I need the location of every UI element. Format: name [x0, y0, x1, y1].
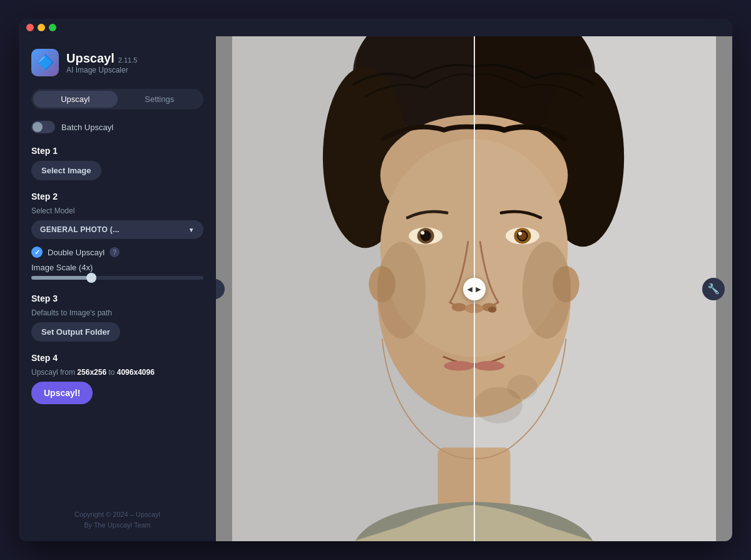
logo-text: Upscayl 2.11.5 AI Image Upscaler — [66, 51, 137, 74]
step4-description: Upscayl from 256x256 to 4096x4096 — [31, 368, 203, 377]
tab-group: Upscayl Settings — [31, 89, 203, 109]
svg-point-18 — [452, 303, 466, 312]
step3-subtitle: Defaults to Image's path — [31, 308, 203, 317]
drag-arrows-icon: ◄► — [466, 284, 483, 294]
copyright-line1: Copyright © 2024 – Upscayl — [31, 509, 203, 521]
svg-point-41 — [474, 361, 504, 370]
step2-subtitle: Select Model — [31, 206, 203, 215]
svg-point-37 — [518, 232, 522, 235]
tab-upscayl[interactable]: Upscayl — [33, 91, 118, 108]
tab-settings[interactable]: Settings — [118, 91, 202, 108]
step3-section: Step 3 Defaults to Image's path Set Outp… — [31, 293, 203, 342]
logo-section: 🔷 Upscayl 2.11.5 AI Image Upscaler — [31, 49, 203, 76]
svg-point-20 — [444, 361, 474, 370]
batch-toggle-label: Batch Upscayl — [61, 123, 113, 132]
toggle-knob — [33, 122, 43, 132]
sidebar: 🔷 Upscayl 2.11.5 AI Image Upscaler Upsca… — [19, 36, 216, 541]
step4-desc-prefix: Upscayl from — [31, 368, 77, 377]
title-bar — [19, 19, 732, 36]
svg-point-17 — [421, 231, 424, 235]
app-subtitle: AI Image Upscaler — [66, 66, 137, 74]
copyright: Copyright © 2024 – Upscayl By The Upscay… — [31, 499, 203, 531]
chevron-down-icon: ▼ — [188, 227, 195, 233]
scale-slider[interactable] — [31, 276, 203, 280]
copyright-line2: By The Upscayl Team — [31, 520, 203, 531]
slider-thumb[interactable] — [86, 273, 96, 283]
help-icon[interactable]: ? — [110, 247, 120, 257]
slider-fill — [31, 276, 91, 280]
step1-section: Step 1 Select Image — [31, 146, 203, 180]
set-output-folder-button[interactable]: Set Output Folder — [31, 322, 120, 342]
app-logo-icon: 🔷 — [31, 49, 59, 76]
double-upscayl-checkbox[interactable] — [31, 247, 43, 258]
maximize-button[interactable] — [49, 24, 56, 31]
svg-point-42 — [523, 242, 571, 339]
app-window: 🔷 Upscayl 2.11.5 AI Image Upscaler Upsca… — [19, 19, 732, 541]
step4-from-res: 256x256 — [77, 368, 106, 377]
svg-point-21 — [377, 242, 426, 339]
settings-float-button[interactable]: 🔧 — [702, 278, 725, 300]
svg-point-40 — [488, 307, 497, 313]
step1-title: Step 1 — [31, 146, 203, 156]
batch-toggle[interactable] — [31, 121, 55, 133]
batch-toggle-row: Batch Upscayl — [31, 121, 203, 133]
step3-title: Step 3 — [31, 293, 203, 303]
step4-to-res: 4096x4096 — [117, 368, 155, 377]
svg-point-44 — [508, 375, 538, 399]
scale-label: Image Scale (4x) — [31, 263, 203, 272]
step2-section: Step 2 Select Model GENERAL PHOTO (... ▼… — [31, 191, 203, 282]
main-content: 🔷 Upscayl 2.11.5 AI Image Upscaler Upsca… — [19, 36, 732, 541]
app-name: Upscayl — [66, 51, 115, 66]
traffic-lights — [26, 24, 56, 31]
model-select-button[interactable]: GENERAL PHOTO (... ▼ — [31, 220, 203, 239]
select-image-button[interactable]: Select Image — [31, 161, 101, 180]
step4-title: Step 4 — [31, 353, 203, 363]
app-version: 2.11.5 — [118, 56, 138, 64]
step4-desc-mid: to — [106, 368, 117, 377]
wrench-icon: 🔧 — [707, 283, 720, 295]
upscayl-button[interactable]: Upscayl! — [31, 382, 93, 404]
comparison-handle[interactable]: ◄► — [463, 278, 486, 300]
double-upscayl-label: Double Upscayl — [48, 248, 105, 257]
step4-section: Step 4 Upscayl from 256x256 to 4096x4096… — [31, 353, 203, 404]
model-label: GENERAL PHOTO (... — [40, 225, 120, 234]
image-area: ‹ — [216, 36, 732, 541]
close-button[interactable] — [26, 24, 34, 31]
step2-title: Step 2 — [31, 191, 203, 201]
double-upscayl-row: Double Upscayl ? — [31, 247, 203, 258]
minimize-button[interactable] — [38, 24, 45, 31]
